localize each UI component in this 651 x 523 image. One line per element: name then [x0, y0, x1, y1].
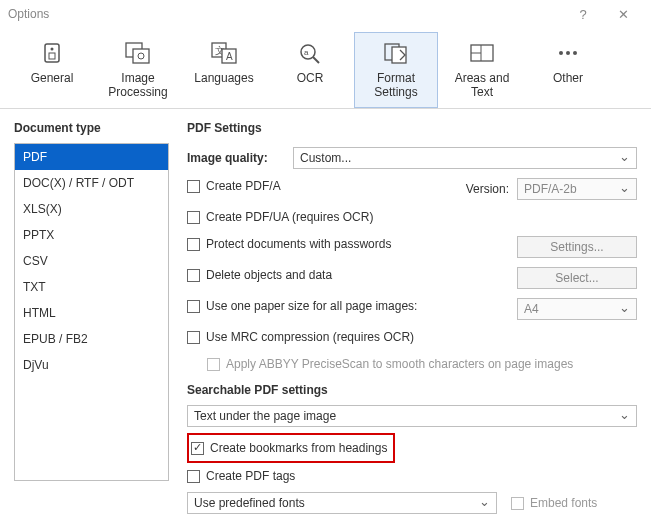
body: Document type PDF DOC(X) / RTF / ODT XLS…	[0, 109, 651, 514]
select-value: Text under the page image	[194, 409, 336, 423]
document-type-list[interactable]: PDF DOC(X) / RTF / ODT XLS(X) PPTX CSV T…	[14, 143, 169, 481]
create-pdf-tags-checkbox[interactable]: Create PDF tags	[187, 465, 637, 487]
svg-point-19	[566, 51, 570, 55]
checkbox-icon	[187, 300, 200, 313]
tab-general[interactable]: General	[10, 32, 94, 108]
svg-point-18	[559, 51, 563, 55]
checkbox-icon	[187, 269, 200, 282]
tab-languages[interactable]: 文A Languages	[182, 32, 266, 108]
pdfa-version-select[interactable]: PDF/A-2b	[517, 178, 637, 200]
languages-icon: 文A	[208, 39, 240, 67]
checkbox-label: Create PDF/A	[206, 179, 281, 193]
list-item[interactable]: PPTX	[15, 222, 168, 248]
pdf-settings-heading: PDF Settings	[187, 121, 637, 135]
svg-line-11	[313, 57, 319, 63]
checkbox-label: Use MRC compression (requires OCR)	[206, 330, 414, 344]
checkbox-label: Delete objects and data	[206, 268, 332, 282]
settings-panel: PDF Settings Image quality: Custom... Cr…	[187, 121, 637, 514]
image-processing-icon	[122, 39, 154, 67]
checkbox-label: Create PDF/UA (requires OCR)	[206, 210, 373, 224]
svg-rect-4	[133, 49, 149, 63]
mrc-compression-checkbox[interactable]: Use MRC compression (requires OCR)	[187, 326, 637, 348]
create-pdfa-checkbox[interactable]: Create PDF/A	[187, 175, 407, 197]
list-item[interactable]: EPUB / FB2	[15, 326, 168, 352]
tab-label: Languages	[194, 71, 253, 99]
tab-label: Other	[553, 71, 583, 99]
checkbox-label: Apply ABBYY PreciseScan to smooth charac…	[226, 357, 573, 371]
password-settings-button[interactable]: Settings...	[517, 236, 637, 258]
checkbox-icon	[187, 331, 200, 344]
searchable-pdf-heading: Searchable PDF settings	[187, 383, 637, 397]
checkbox-label: Create bookmarks from headings	[210, 441, 387, 455]
checkbox-label: Protect documents with passwords	[206, 237, 391, 251]
other-icon	[552, 39, 584, 67]
ocr-icon: a	[294, 39, 326, 67]
tab-label: General	[31, 71, 74, 99]
close-button[interactable]: ✕	[603, 7, 643, 22]
checkbox-icon	[187, 211, 200, 224]
delete-objects-checkbox[interactable]: Delete objects and data	[187, 264, 517, 286]
image-quality-select[interactable]: Custom...	[293, 147, 637, 169]
select-value: A4	[524, 302, 539, 316]
general-icon	[36, 39, 68, 67]
searchable-mode-select[interactable]: Text under the page image	[187, 405, 637, 427]
help-button[interactable]: ?	[563, 7, 603, 22]
highlight-box: Create bookmarks from headings	[187, 433, 395, 463]
svg-text:A: A	[226, 51, 233, 62]
checkbox-label: Embed fonts	[530, 496, 597, 510]
select-value: Custom...	[300, 151, 351, 165]
select-value: PDF/A-2b	[524, 182, 577, 196]
titlebar: Options ? ✕	[0, 0, 651, 28]
checkbox-icon	[207, 358, 220, 371]
list-item[interactable]: DjVu	[15, 352, 168, 378]
paper-size-select[interactable]: A4	[517, 298, 637, 320]
svg-point-20	[573, 51, 577, 55]
tab-areas-text[interactable]: Areas and Text	[440, 32, 524, 108]
checkbox-icon	[187, 238, 200, 251]
svg-point-1	[51, 48, 54, 51]
list-item[interactable]: XLS(X)	[15, 196, 168, 222]
checkbox-label: Use one paper size for all page images:	[206, 299, 417, 313]
tab-label: Areas and Text	[443, 71, 521, 99]
list-item[interactable]: PDF	[15, 144, 168, 170]
checkbox-icon	[187, 470, 200, 483]
version-label: Version:	[466, 182, 509, 196]
tab-other[interactable]: Other	[526, 32, 610, 108]
window-title: Options	[8, 7, 49, 21]
embed-fonts-checkbox: Embed fonts	[511, 492, 597, 514]
protect-passwords-checkbox[interactable]: Protect documents with passwords	[187, 233, 517, 255]
create-bookmarks-checkbox[interactable]: Create bookmarks from headings	[191, 437, 387, 459]
checkbox-label: Create PDF tags	[206, 469, 295, 483]
one-paper-size-checkbox[interactable]: Use one paper size for all page images:	[187, 295, 517, 317]
list-item[interactable]: HTML	[15, 300, 168, 326]
create-pdfua-checkbox[interactable]: Create PDF/UA (requires OCR)	[187, 206, 637, 228]
precisescan-checkbox: Apply ABBYY PreciseScan to smooth charac…	[207, 353, 637, 375]
checkbox-icon	[511, 497, 524, 510]
list-item[interactable]: CSV	[15, 248, 168, 274]
tab-label: Image Processing	[108, 71, 167, 99]
format-settings-icon	[380, 39, 412, 67]
svg-rect-2	[49, 53, 55, 59]
areas-text-icon	[466, 39, 498, 67]
svg-rect-14	[392, 47, 406, 63]
list-item[interactable]: TXT	[15, 274, 168, 300]
tab-label: Format Settings	[374, 71, 417, 99]
checkbox-icon	[187, 180, 200, 193]
tab-format-settings[interactable]: Format Settings	[354, 32, 438, 108]
image-quality-label: Image quality:	[187, 151, 293, 165]
tab-ocr[interactable]: a OCR	[268, 32, 352, 108]
checkbox-icon	[191, 442, 204, 455]
select-objects-button[interactable]: Select...	[517, 267, 637, 289]
toolbar: General Image Processing 文A Languages a …	[0, 28, 651, 109]
svg-text:a: a	[304, 48, 309, 57]
fonts-select[interactable]: Use predefined fonts	[187, 492, 497, 514]
document-type-heading: Document type	[14, 121, 169, 135]
tab-image-processing[interactable]: Image Processing	[96, 32, 180, 108]
tab-label: OCR	[297, 71, 324, 99]
sidebar: Document type PDF DOC(X) / RTF / ODT XLS…	[14, 121, 169, 514]
select-value: Use predefined fonts	[194, 496, 305, 510]
list-item[interactable]: DOC(X) / RTF / ODT	[15, 170, 168, 196]
